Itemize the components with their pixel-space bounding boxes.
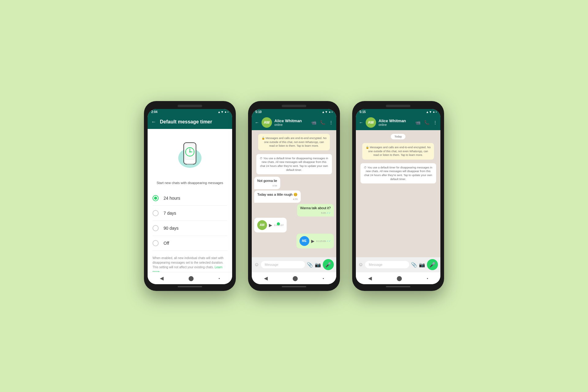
header-icons-3: 📹 📞 ⋮ bbox=[415, 120, 437, 125]
wifi-icon-3: ● bbox=[433, 110, 435, 114]
encryption-notice-3: 🔒 Messages and calls are end-to-end encr… bbox=[362, 143, 434, 160]
message-2-2: Today was a little rough 🥴 4:55 bbox=[254, 190, 301, 203]
emoji-icon-3[interactable]: ☺ bbox=[358, 262, 363, 267]
phone-3: 5:15 ▲▼ ● ▪ ← AW Alice Whitman online 📹 … bbox=[352, 101, 444, 291]
nav-back-1[interactable]: ◀ bbox=[160, 275, 164, 281]
settings-subtitle: Start new chats with disappearing messag… bbox=[153, 181, 227, 185]
wifi-icon: ● bbox=[224, 110, 226, 114]
phone-1-notch bbox=[148, 105, 232, 107]
contact-name-3: Alice Whitman bbox=[379, 119, 413, 123]
radio-24h[interactable] bbox=[153, 195, 159, 201]
settings-description: When enabled, all new individual chats w… bbox=[153, 256, 227, 272]
nav-bar-2: ◀ ⬤ ▪ bbox=[252, 272, 336, 284]
nav-back-2[interactable]: ◀ bbox=[264, 275, 268, 281]
battery-icon-2: ▪ bbox=[331, 110, 333, 114]
mic-button-3[interactable]: 🎤 bbox=[427, 259, 438, 270]
voice-msg-1-2: AW ▶ 0:43 5:07 bbox=[254, 218, 287, 232]
message-input-2[interactable]: Message bbox=[261, 261, 305, 268]
time-3: 5:15 bbox=[360, 110, 366, 114]
chat-header-3: ← AW Alice Whitman online 📹 📞 ⋮ bbox=[356, 115, 440, 130]
nav-home-1[interactable]: ⬤ bbox=[188, 275, 194, 281]
attach-icon-2[interactable]: 📎 bbox=[307, 262, 313, 268]
svg-point-7 bbox=[190, 148, 190, 148]
nav-back-3[interactable]: ◀ bbox=[368, 275, 372, 281]
option-90d[interactable]: 90 days bbox=[153, 221, 227, 236]
option-24h-label: 24 hours bbox=[164, 196, 180, 201]
play-btn-1[interactable]: ▶ bbox=[269, 223, 272, 228]
voice-avatar-2: ME bbox=[300, 236, 309, 246]
status-icons-1: ▲▼ ● ▪ bbox=[218, 110, 228, 114]
signal-icon-2: ▲▼ bbox=[322, 110, 328, 114]
time-2: 5:10 bbox=[255, 110, 262, 114]
nav-bar-3: ◀ ⬤ ▪ bbox=[356, 272, 440, 284]
option-90d-label: 90 days bbox=[164, 226, 179, 231]
voice-msg-2-2: ME ▶ 0:11 5:09 ✓✓ bbox=[296, 234, 334, 248]
more-icon-3[interactable]: ⋮ bbox=[433, 120, 437, 125]
call-icon-3[interactable]: 📞 bbox=[424, 120, 429, 125]
status-icons-2: ▲▼ ● ▪ bbox=[322, 110, 333, 114]
attach-icon-3[interactable]: 📎 bbox=[411, 262, 417, 268]
wifi-icon-2: ● bbox=[329, 110, 330, 114]
play-btn-2[interactable]: ▶ bbox=[311, 239, 315, 243]
msg-time-1-2: 4:54 bbox=[257, 184, 277, 187]
contact-name-2: Alice Whitman bbox=[274, 119, 309, 123]
option-24h[interactable]: 24 hours bbox=[153, 191, 227, 206]
back-button-1[interactable]: ← bbox=[151, 119, 156, 125]
msg-time-2-2: 4:55 bbox=[257, 198, 298, 201]
status-bar-1: 2:04 ▲▼ ● ▪ bbox=[148, 109, 232, 115]
header-info-3: Alice Whitman online bbox=[379, 119, 413, 126]
video-call-icon-3[interactable]: 📹 bbox=[415, 120, 420, 125]
nav-bar-1: ◀ ⬤ ▪ bbox=[148, 272, 232, 284]
radio-7d[interactable] bbox=[153, 210, 159, 216]
option-7d[interactable]: 7 days bbox=[153, 206, 227, 221]
nav-home-3[interactable]: ⬤ bbox=[397, 275, 402, 281]
phone-3-bottom bbox=[356, 286, 440, 287]
contact-status-2: online bbox=[274, 123, 309, 126]
voice-info-2: 0:11 5:09 ✓✓ bbox=[316, 239, 331, 243]
camera-icon-2[interactable]: 📷 bbox=[315, 262, 321, 268]
input-bar-3: ☺ Message 📎 📷 🎤 bbox=[356, 257, 440, 272]
avatar-3: AW bbox=[366, 117, 376, 128]
settings-content: Start new chats with disappearing messag… bbox=[148, 129, 232, 272]
phone-2-notch bbox=[252, 105, 336, 107]
emoji-icon-2[interactable]: ☺ bbox=[254, 262, 259, 267]
phone-illustration bbox=[153, 135, 227, 175]
camera-icon-3[interactable]: 📷 bbox=[419, 262, 425, 268]
nav-square-2[interactable]: ▪ bbox=[322, 276, 324, 281]
battery-icon: ▪ bbox=[227, 110, 228, 114]
nav-home-2[interactable]: ⬤ bbox=[292, 275, 298, 281]
timer-notice-3: ⏱ You use a default timer for disappeari… bbox=[360, 163, 436, 183]
status-bar-3: 5:15 ▲▼ ● ▪ bbox=[356, 109, 440, 115]
message-1-2: Not gonna lie 4:54 bbox=[254, 177, 280, 189]
call-icon-2[interactable]: 📞 bbox=[320, 120, 325, 125]
timer-illustration bbox=[175, 135, 205, 175]
header-info-2: Alice Whitman online bbox=[274, 119, 309, 126]
back-button-2[interactable]: ← bbox=[255, 120, 259, 125]
signal-icon: ▲▼ bbox=[218, 110, 224, 114]
time-1: 2:04 bbox=[151, 110, 157, 114]
phone-1: 2:04 ▲▼ ● ▪ ← Default message timer bbox=[144, 101, 236, 291]
voice-avatar-1: AW bbox=[257, 220, 267, 230]
svg-point-6 bbox=[189, 151, 190, 153]
phone-3-notch bbox=[356, 105, 440, 107]
phone-3-screen: 5:15 ▲▼ ● ▪ ← AW Alice Whitman online 📹 … bbox=[356, 109, 440, 284]
option-off-label: Off bbox=[164, 241, 169, 246]
mic-button-2[interactable]: 🎤 bbox=[323, 259, 334, 270]
contact-status-3: online bbox=[379, 123, 413, 126]
nav-square-3[interactable]: ▪ bbox=[427, 276, 428, 281]
radio-off[interactable] bbox=[153, 240, 159, 246]
radio-90d[interactable] bbox=[153, 225, 159, 231]
video-call-icon-2[interactable]: 📹 bbox=[311, 120, 316, 125]
message-input-3[interactable]: Message bbox=[365, 261, 409, 268]
svg-point-8 bbox=[190, 156, 190, 156]
more-icon-2[interactable]: ⋮ bbox=[329, 120, 333, 125]
phone-1-screen: 2:04 ▲▼ ● ▪ ← Default message timer bbox=[148, 109, 232, 284]
chat-messages-3: Today 🔒 Messages and calls are end-to-en… bbox=[356, 130, 440, 257]
chat-header-2: ← AW Alice Whitman online 📹 📞 ⋮ bbox=[252, 115, 336, 130]
option-off[interactable]: Off bbox=[153, 236, 227, 251]
msg-time-3-2: 5:05 ✓✓ bbox=[300, 211, 331, 215]
back-button-3[interactable]: ← bbox=[359, 120, 363, 125]
signal-icon-3: ▲▼ bbox=[426, 110, 432, 114]
voice-info-1: 0:43 5:07 bbox=[274, 223, 284, 227]
nav-square-1[interactable]: ▪ bbox=[218, 276, 220, 281]
